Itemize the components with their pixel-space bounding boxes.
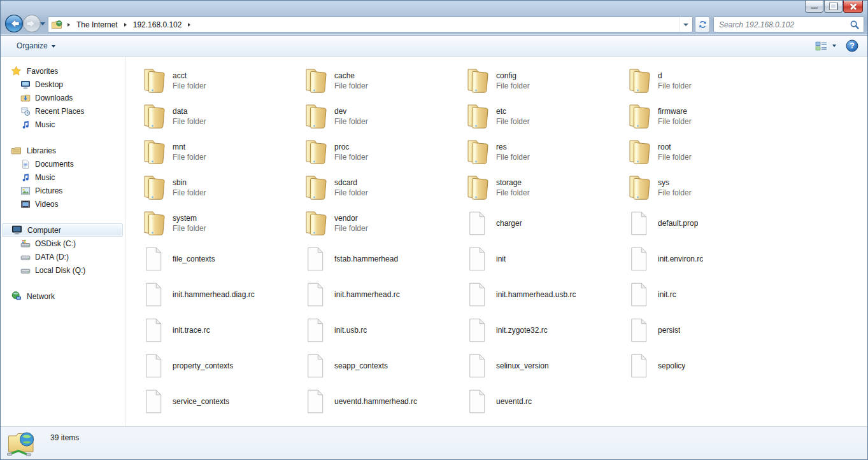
ftp-folder-icon <box>51 19 62 31</box>
folder-tile-firmware[interactable]: firmwareFile folder <box>625 99 786 134</box>
item-name: charger <box>496 218 522 228</box>
file-tile-fstab-hammerhead[interactable]: fstab.hammerhead <box>301 241 463 277</box>
file-tile-file-contexts[interactable]: file_contexts <box>139 241 301 277</box>
breadcrumb-separator-icon[interactable] <box>68 23 70 27</box>
sidebar-item-label: Documents <box>35 160 74 169</box>
file-tile-ueventd-rc[interactable]: ueventd.rc <box>463 384 625 419</box>
address-dropdown-button[interactable] <box>679 17 691 32</box>
close-button[interactable] <box>843 1 863 13</box>
sidebar-item-videos[interactable]: Videos <box>1 197 125 211</box>
back-button[interactable] <box>4 14 24 33</box>
sidebar-item-osdisk-c[interactable]: OSDisk (C:) <box>1 237 125 250</box>
folder-tile-d[interactable]: dFile folder <box>625 63 786 99</box>
sidebar-item-data-d[interactable]: DATA (D:) <box>1 250 125 263</box>
folder-tile-mnt[interactable]: mntFile folder <box>139 134 301 170</box>
item-name: file_contexts <box>173 254 215 264</box>
folder-icon <box>301 174 329 202</box>
breadcrumb-separator-icon[interactable] <box>188 23 190 27</box>
back-arrow-icon <box>4 14 24 33</box>
sidebar-item-libraries[interactable]: Libraries <box>1 144 125 157</box>
recent-pages-dropdown[interactable] <box>40 22 45 25</box>
folder-tile-proc[interactable]: procFile folder <box>301 134 463 170</box>
file-tile-init-hammerhead-diag-rc[interactable]: init.hammerhead.diag.rc <box>139 277 301 312</box>
item-name: init.trace.rc <box>173 325 210 335</box>
sidebar-item-pictures[interactable]: Pictures <box>1 184 125 197</box>
minimize-button[interactable] <box>805 1 823 13</box>
folder-tile-storage[interactable]: storageFile folder <box>463 170 625 206</box>
file-tile-init-usb-rc[interactable]: init.usb.rc <box>301 312 463 348</box>
folder-tile-res[interactable]: resFile folder <box>463 134 625 170</box>
help-icon: ? <box>846 39 858 52</box>
title-and-nav-band: The Internet192.168.0.102 <box>1 1 867 36</box>
breadcrumb-item-192-168-0-102[interactable]: 192.168.0.102 <box>132 18 183 31</box>
sidebar-item-favorites[interactable]: Favorites <box>1 64 125 78</box>
address-bar[interactable]: The Internet192.168.0.102 <box>48 17 693 32</box>
tile-icon-box <box>139 387 167 415</box>
sidebar-item-documents[interactable]: Documents <box>1 157 125 171</box>
magnifier-icon[interactable] <box>848 18 861 31</box>
file-tile-seapp-contexts[interactable]: seapp_contexts <box>301 348 463 384</box>
sidebar-item-local-disk-q[interactable]: Local Disk (Q:) <box>1 263 125 277</box>
file-tile-init[interactable]: init <box>463 241 625 277</box>
file-icon <box>144 282 163 307</box>
sidebar-item-music[interactable]: Music <box>1 118 125 131</box>
sidebar-item-recent-places[interactable]: Recent Places <box>1 104 125 118</box>
organize-menu-button[interactable]: Organize <box>11 39 60 53</box>
restore-button[interactable] <box>824 1 843 13</box>
folder-tile-cache[interactable]: cacheFile folder <box>301 63 463 99</box>
file-tile-property-contexts[interactable]: property_contexts <box>139 348 301 384</box>
item-name: etc <box>496 106 530 116</box>
file-tile-charger[interactable]: charger <box>463 206 625 241</box>
folder-tile-root[interactable]: rootFile folder <box>625 134 786 170</box>
forward-button[interactable] <box>22 14 41 33</box>
item-type-label: File folder <box>658 81 692 91</box>
file-icon <box>306 353 325 379</box>
folder-tile-etc[interactable]: etcFile folder <box>463 99 625 134</box>
file-tile-init-trace-rc[interactable]: init.trace.rc <box>139 312 301 348</box>
search-input[interactable] <box>714 20 848 29</box>
breadcrumb-item-the-internet[interactable]: The Internet <box>75 18 119 31</box>
breadcrumb-separator-icon[interactable] <box>124 23 127 27</box>
folder-tile-acct[interactable]: acctFile folder <box>139 63 301 99</box>
folder-tile-sys[interactable]: sysFile folder <box>625 170 786 206</box>
file-tile-init-zygote32-rc[interactable]: init.zygote32.rc <box>463 312 625 348</box>
file-tile-sepolicy[interactable]: sepolicy <box>625 348 786 384</box>
file-tile-init-hammerhead-rc[interactable]: init.hammerhead.rc <box>301 277 463 312</box>
file-tile-service-contexts[interactable]: service_contexts <box>139 384 301 419</box>
file-tile-init-hammerhead-usb-rc[interactable]: init.hammerhead.usb.rc <box>463 277 625 312</box>
folder-tile-sdcard[interactable]: sdcardFile folder <box>301 170 463 206</box>
sidebar-item-computer[interactable]: Computer <box>2 223 123 237</box>
sidebar-item-network[interactable]: Network <box>1 289 125 303</box>
help-button[interactable]: ? <box>846 39 858 52</box>
folder-tile-sbin[interactable]: sbinFile folder <box>139 170 301 206</box>
tile-label: sbinFile folder <box>173 178 206 198</box>
sidebar-item-label: Desktop <box>35 80 63 89</box>
sidebar-item-label: Computer <box>27 226 61 235</box>
file-tile-persist[interactable]: persist <box>625 312 786 348</box>
tile-label: sdcardFile folder <box>334 178 368 198</box>
refresh-button[interactable] <box>695 17 710 32</box>
tile-label: resFile folder <box>496 142 530 162</box>
folder-icon <box>139 102 167 130</box>
folder-tile-data[interactable]: dataFile folder <box>139 99 301 134</box>
file-tile-init-environ-rc[interactable]: init.environ.rc <box>625 241 786 277</box>
status-bar: 39 items <box>1 426 867 459</box>
folder-tile-config[interactable]: configFile folder <box>463 63 625 99</box>
folder-tile-vendor[interactable]: vendorFile folder <box>301 206 463 241</box>
sidebar-item-downloads[interactable]: Downloads <box>1 91 125 104</box>
sidebar-item-label: Libraries <box>27 146 56 155</box>
organize-label: Organize <box>17 41 48 50</box>
sidebar-item-desktop[interactable]: Desktop <box>1 78 125 91</box>
file-tile-ueventd-hammerhead-rc[interactable]: ueventd.hammerhead.rc <box>301 384 463 419</box>
sidebar-item-music[interactable]: Music <box>1 171 125 184</box>
file-tile-init-rc[interactable]: init.rc <box>625 277 786 312</box>
change-view-button[interactable] <box>812 39 839 53</box>
window-body: FavoritesDesktopDownloadsRecent PlacesMu… <box>1 57 867 426</box>
file-tile-selinux-version[interactable]: selinux_version <box>463 348 625 384</box>
folder-tile-system[interactable]: systemFile folder <box>139 206 301 241</box>
folder-tile-dev[interactable]: devFile folder <box>301 99 463 134</box>
file-tile-default-prop[interactable]: default.prop <box>625 206 786 241</box>
sidebar: FavoritesDesktopDownloadsRecent PlacesMu… <box>1 57 125 426</box>
tile-icon-box <box>625 245 653 273</box>
tile-icon-box <box>463 387 491 415</box>
